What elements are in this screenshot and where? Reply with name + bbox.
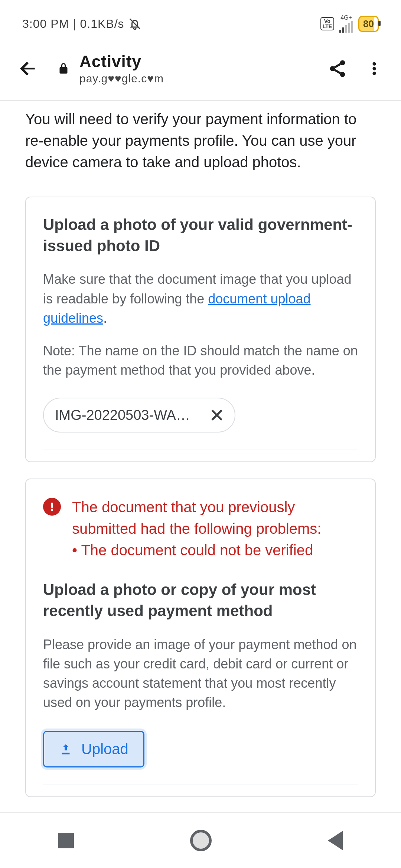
error-text: The document that you previously submitt…: [72, 496, 358, 561]
status-bar: 3:00 PM | 0.1KB/s VoLTE 4G+ 80: [0, 0, 401, 41]
dnd-bell-icon: [128, 17, 141, 30]
intro-text: You will need to verify your payment inf…: [25, 108, 376, 173]
status-left: 3:00 PM | 0.1KB/s: [22, 17, 141, 31]
uploaded-file-name: IMG-20220503-WA00…: [55, 407, 196, 423]
card-id-note: Note: The name on the ID should match th…: [43, 341, 358, 380]
battery-indicator: 80: [358, 16, 379, 32]
error-lead: The document that you previously submitt…: [72, 499, 321, 537]
upload-button-label: Upload: [81, 741, 128, 757]
svg-point-1: [340, 60, 345, 66]
card-id-desc: Make sure that the document image that y…: [43, 270, 358, 328]
error-bullet: The document could not be verified: [72, 542, 313, 558]
upload-icon: [59, 743, 72, 756]
network-indicator: 4G+: [339, 15, 353, 33]
page-title: Activity: [79, 52, 327, 71]
lock-icon: [54, 62, 73, 75]
svg-point-5: [372, 67, 376, 70]
net-speed: 0.1KB/s: [80, 17, 124, 31]
sep: |: [73, 17, 76, 31]
upload-button[interactable]: Upload: [43, 731, 144, 767]
svg-point-2: [330, 66, 335, 71]
back-system-button[interactable]: [328, 831, 343, 850]
signal-icon: [339, 21, 353, 33]
net-type-label: 4G+: [340, 15, 352, 21]
system-nav-bar: [0, 812, 401, 868]
battery-pct: 80: [363, 18, 374, 29]
error-alert: ! The document that you previously submi…: [43, 496, 358, 561]
error-icon: !: [43, 498, 61, 516]
card-pm-heading: Upload a photo or copy of your most rece…: [43, 579, 358, 621]
status-right: VoLTE 4G+ 80: [320, 15, 379, 33]
share-button[interactable]: [327, 59, 348, 79]
browser-app-bar: Activity pay.g♥♥gle.c♥m: [0, 41, 401, 100]
clock: 3:00 PM: [22, 17, 69, 31]
svg-point-6: [372, 72, 376, 75]
card-id-heading: Upload a photo of your valid government-…: [43, 214, 358, 256]
card-pm-divider: [43, 785, 358, 785]
card-id-upload: Upload a photo of your valid government-…: [25, 197, 376, 462]
page-content: You will need to verify your payment inf…: [0, 101, 401, 845]
more-menu-button[interactable]: [366, 59, 382, 79]
card-payment-upload: ! The document that you previously submi…: [25, 479, 376, 797]
uploaded-file-chip[interactable]: IMG-20220503-WA00…: [43, 398, 235, 433]
card-id-desc-post: .: [103, 310, 107, 326]
recents-button[interactable]: [58, 833, 74, 848]
title-block[interactable]: Activity pay.g♥♥gle.c♥m: [79, 52, 327, 85]
home-button[interactable]: [190, 830, 212, 851]
card-pm-desc: Please provide an image of your payment …: [43, 635, 358, 713]
card-id-divider: [43, 450, 358, 450]
back-button[interactable]: [15, 58, 41, 79]
svg-point-4: [372, 62, 376, 66]
page-url: pay.g♥♥gle.c♥m: [79, 72, 327, 85]
volte-icon: VoLTE: [320, 17, 334, 30]
remove-file-button[interactable]: [209, 408, 224, 423]
svg-point-3: [340, 72, 345, 77]
